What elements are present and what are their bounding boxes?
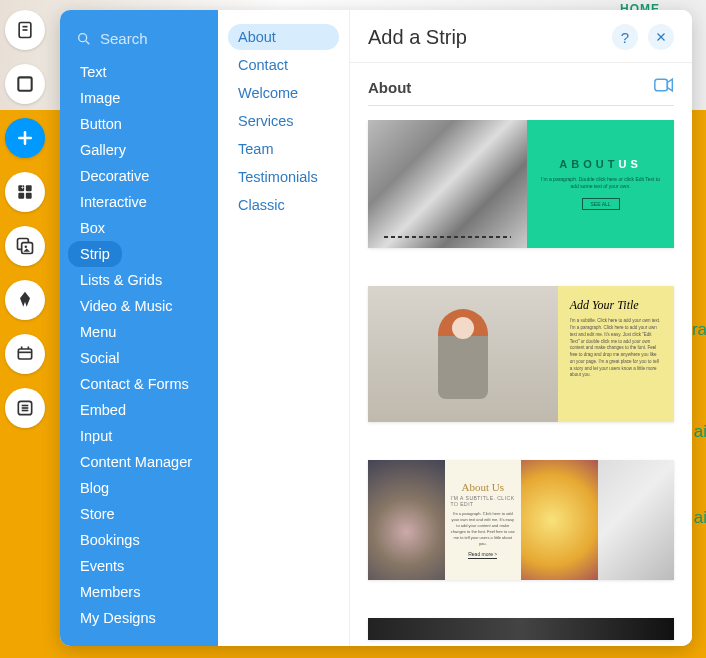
search-input[interactable]: Search — [60, 24, 218, 59]
t3-title: About Us — [462, 481, 504, 493]
category-item[interactable]: Social — [68, 345, 210, 371]
category-item[interactable]: Gallery — [68, 137, 210, 163]
category-item[interactable]: Video & Music — [68, 293, 210, 319]
category-item[interactable]: Box — [68, 215, 210, 241]
category-item[interactable]: Content Manager — [68, 449, 210, 475]
svg-text:+: + — [21, 184, 25, 191]
t1-button: SEE ALL — [582, 198, 620, 210]
category-item[interactable]: My Designs — [68, 605, 210, 631]
t2-title: Add Your Title — [570, 298, 662, 312]
svg-rect-7 — [26, 185, 32, 191]
category-item[interactable]: Contact & Forms — [68, 371, 210, 397]
subcategory-item[interactable]: Testimonials — [228, 164, 339, 190]
video-help-button[interactable] — [654, 77, 674, 97]
category-item[interactable]: Image — [68, 85, 210, 111]
page-icon[interactable] — [5, 10, 45, 50]
left-toolbar: + — [0, 0, 50, 658]
bg-frag: ai — [694, 422, 706, 442]
subcategory-item[interactable]: Services — [228, 108, 339, 134]
list-icon[interactable] — [5, 388, 45, 428]
search-placeholder: Search — [100, 30, 148, 47]
category-item[interactable]: Events — [68, 553, 210, 579]
video-icon — [654, 77, 674, 93]
svg-rect-9 — [26, 193, 32, 199]
strip-template-3[interactable]: About Us I'M A SUBTITLE. CLICK TO EDIT I… — [368, 460, 674, 580]
category-item[interactable]: Text — [68, 59, 210, 85]
svg-point-22 — [79, 33, 87, 41]
preview-column: Add a Strip ? About ABOUTUS I'm a paragr… — [350, 10, 692, 646]
category-item[interactable]: Input — [68, 423, 210, 449]
category-item[interactable]: Blog — [68, 475, 210, 501]
strip-template-2[interactable]: Add Your Title I'm a subtitle. Click her… — [368, 286, 674, 422]
svg-rect-14 — [18, 349, 31, 359]
close-icon — [655, 31, 667, 43]
category-item[interactable]: Button — [68, 111, 210, 137]
frame-icon[interactable] — [5, 64, 45, 104]
preview-scroll[interactable]: ABOUTUS I'm a paragraph. Double click he… — [350, 120, 692, 646]
t2-body: I'm a subtitle. Click here to add your o… — [570, 318, 662, 379]
subcategory-column: AboutContactWelcomeServicesTeamTestimoni… — [218, 10, 350, 646]
t3-subtitle: I'M A SUBTITLE. CLICK TO EDIT — [451, 495, 516, 507]
category-item[interactable]: Decorative — [68, 163, 210, 189]
svg-rect-12 — [22, 243, 33, 254]
section-title: About — [368, 79, 411, 96]
help-button[interactable]: ? — [612, 24, 638, 50]
category-item[interactable]: Strip — [68, 241, 122, 267]
data-icon[interactable] — [5, 334, 45, 374]
pen-icon[interactable] — [5, 280, 45, 320]
category-item[interactable]: Bookings — [68, 527, 210, 553]
svg-rect-8 — [18, 193, 24, 199]
add-icon[interactable] — [5, 118, 45, 158]
add-panel: Search TextImageButtonGalleryDecorativeI… — [60, 10, 692, 646]
svg-rect-3 — [18, 77, 31, 90]
category-item[interactable]: Members — [68, 579, 210, 605]
subcategory-item[interactable]: Welcome — [228, 80, 339, 106]
close-button[interactable] — [648, 24, 674, 50]
media-icon[interactable] — [5, 226, 45, 266]
t3-button: Read more > — [468, 551, 497, 559]
svg-rect-26 — [655, 79, 668, 91]
t3-body: I'm a paragraph. Click here to add your … — [451, 511, 516, 547]
category-item[interactable]: Interactive — [68, 189, 210, 215]
subcategory-item[interactable]: Contact — [228, 52, 339, 78]
subcategory-item[interactable]: Classic — [228, 192, 339, 218]
apps-icon[interactable]: + — [5, 172, 45, 212]
subcategory-item[interactable]: About — [228, 24, 339, 50]
bg-frag: ai — [694, 508, 706, 528]
category-item[interactable]: Menu — [68, 319, 210, 345]
category-item[interactable]: Lists & Grids — [68, 267, 210, 293]
t1-title: ABOUTUS — [559, 158, 641, 170]
t1-subtitle: I'm a paragraph. Double click here or cl… — [538, 176, 663, 190]
search-icon — [76, 31, 92, 47]
subcategory-item[interactable]: Team — [228, 136, 339, 162]
category-item[interactable]: Embed — [68, 397, 210, 423]
strip-template-4[interactable] — [368, 618, 674, 640]
category-column: Search TextImageButtonGalleryDecorativeI… — [60, 10, 218, 646]
svg-line-23 — [86, 41, 89, 44]
panel-title: Add a Strip — [368, 26, 467, 49]
strip-template-1[interactable]: ABOUTUS I'm a paragraph. Double click he… — [368, 120, 674, 248]
bg-frag: ra — [692, 320, 706, 340]
svg-point-13 — [25, 246, 28, 249]
category-item[interactable]: Store — [68, 501, 210, 527]
